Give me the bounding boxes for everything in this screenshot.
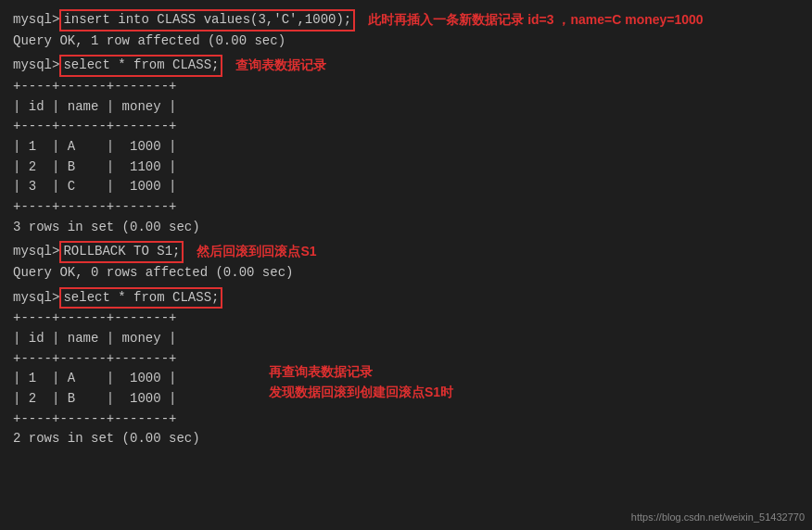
prompt3: mysql> — [13, 242, 59, 262]
table1-row0: | 1 | A | 1000 | — [13, 137, 799, 158]
insert-ok-text: Query OK, 1 row affected (0.00 sec) — [13, 32, 285, 52]
table2-bot: +----+------+-------+ — [13, 410, 799, 430]
table2-summary: 2 rows in set (0.00 sec) — [13, 429, 799, 449]
table2-header: | id | name | money | — [13, 329, 799, 349]
rollback-annotation: 然后回滚到回滚点S1 — [197, 242, 316, 262]
select2-annotation: 再查询表数据记录 发现数据回滚到创建回滚点S1时 — [269, 361, 453, 403]
block-insert: mysql>insert into CLASS values(3,'C',100… — [13, 9, 799, 51]
select2-command-line: mysql>select * from CLASS; — [13, 287, 799, 309]
rollback-cmd-box: ROLLBACK TO S1; — [59, 241, 184, 263]
table1-mid: +----+------+-------+ — [13, 117, 799, 137]
insert-command-line: mysql>insert into CLASS values(3,'C',100… — [13, 9, 799, 32]
insert-annotation: 此时再插入一条新数据记录 id=3 ，name=C money=1000 — [368, 10, 703, 31]
rollback-ok-text: Query OK, 0 rows affected (0.00 sec) — [13, 263, 293, 284]
table1-bot: +----+------+-------+ — [13, 197, 799, 218]
table1-header: | id | name | money | — [13, 97, 799, 118]
table1-summary: 3 rows in set (0.00 sec) — [13, 218, 799, 238]
select2-cmd-box: select * from CLASS; — [59, 287, 222, 309]
prompt2: mysql> — [13, 56, 59, 76]
select2-annotation-line1: 再查询表数据记录 — [269, 361, 453, 382]
terminal: mysql>insert into CLASS values(3,'C',100… — [0, 0, 812, 530]
rollback-command-line: mysql>ROLLBACK TO S1; 然后回滚到回滚点S1 — [13, 241, 799, 263]
prompt1: mysql> — [13, 10, 59, 31]
insert-cmd-box: insert into CLASS values(3,'C',1000); — [59, 9, 355, 32]
block-select1: mysql>select * from CLASS; 查询表数据记录 +----… — [13, 55, 799, 237]
watermark: https://blog.csdn.net/weixin_51432770 — [631, 511, 805, 523]
table2-top: +----+------+-------+ — [13, 309, 799, 329]
select1-cmd-box: select * from CLASS; — [59, 55, 222, 77]
block-rollback: mysql>ROLLBACK TO S1; 然后回滚到回滚点S1 Query O… — [13, 241, 799, 283]
select2-annotation-line2: 发现数据回滚到创建回滚点S1时 — [269, 382, 453, 402]
insert-ok: Query OK, 1 row affected (0.00 sec) — [13, 32, 799, 52]
table1-row2: | 3 | C | 1000 | — [13, 177, 799, 197]
rollback-ok: Query OK, 0 rows affected (0.00 sec) — [13, 263, 799, 284]
select1-annotation: 查询表数据记录 — [235, 56, 326, 76]
table1-row1: | 2 | B | 1100 | — [13, 158, 799, 178]
table1-top: +----+------+-------+ — [13, 77, 799, 97]
select1-command-line: mysql>select * from CLASS; 查询表数据记录 — [13, 55, 799, 77]
prompt4: mysql> — [13, 288, 59, 309]
